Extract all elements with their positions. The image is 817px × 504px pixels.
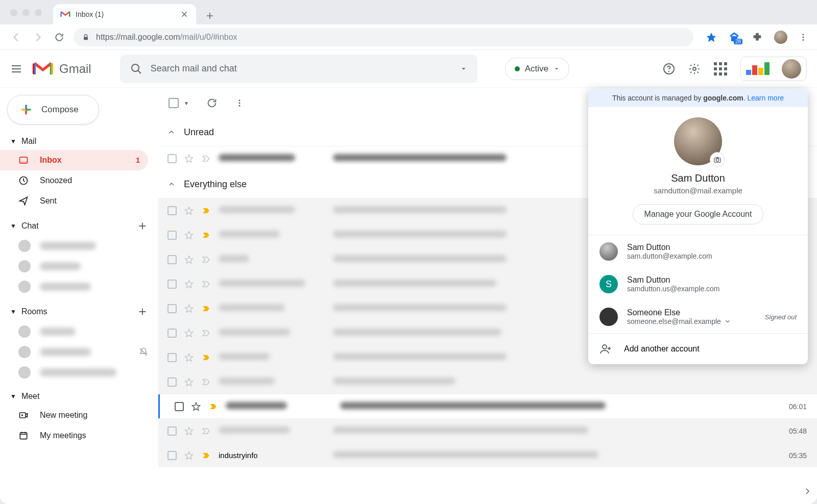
star-icon[interactable] <box>184 230 194 240</box>
importance-icon[interactable] <box>208 401 219 412</box>
learn-more-link[interactable]: Learn more <box>747 94 784 102</box>
star-icon[interactable] <box>184 352 194 363</box>
importance-icon[interactable] <box>201 279 211 289</box>
row-checkbox[interactable] <box>167 304 177 313</box>
importance-icon[interactable] <box>201 426 211 436</box>
gmail-logo[interactable]: Gmail <box>32 58 91 80</box>
mute-icon[interactable] <box>139 347 148 357</box>
importance-icon[interactable] <box>201 255 211 265</box>
section-mail[interactable]: ▼Mail <box>0 133 158 150</box>
side-panel-toggle[interactable] <box>800 484 815 499</box>
nav-new-meeting[interactable]: New meeting <box>0 405 148 425</box>
star-icon[interactable] <box>184 304 194 314</box>
chrome-profile-avatar[interactable] <box>774 31 787 44</box>
account-option[interactable]: S Sam Duttonsamdutton.us@example.com <box>588 268 808 300</box>
google-apps-icon[interactable] <box>714 62 727 75</box>
manage-account-button[interactable]: Manage your Google Account <box>633 204 764 224</box>
mail-row[interactable]: industryinfo05:35 <box>158 443 817 467</box>
status-chip[interactable]: Active <box>505 58 569 80</box>
add-account-button[interactable]: Add another account <box>588 333 808 364</box>
row-checkbox[interactable] <box>167 280 177 289</box>
account-option[interactable]: Someone Elsesomeone.else@mail.example Si… <box>588 300 808 333</box>
importance-icon[interactable] <box>201 328 211 338</box>
compose-button[interactable]: Compose <box>7 95 99 124</box>
nav-inbox[interactable]: Inbox 1 <box>0 150 148 170</box>
importance-icon[interactable] <box>201 230 211 240</box>
chat-item[interactable] <box>0 256 158 276</box>
row-checkbox[interactable] <box>167 255 177 264</box>
nav-reload-button[interactable] <box>52 30 66 44</box>
extensions-puzzle-icon[interactable] <box>752 32 763 43</box>
tab-close-icon[interactable] <box>180 10 189 19</box>
add-chat-icon[interactable] <box>137 220 148 232</box>
importance-icon[interactable] <box>201 206 211 216</box>
add-room-icon[interactable] <box>137 306 148 317</box>
search-box[interactable]: Search mail and chat <box>120 55 477 83</box>
star-icon[interactable] <box>184 450 194 461</box>
select-menu-caret[interactable]: ▼ <box>184 100 189 106</box>
chrome-menu-icon[interactable] <box>799 33 808 42</box>
star-icon[interactable] <box>184 154 194 164</box>
chat-item[interactable] <box>0 236 158 256</box>
refresh-icon[interactable] <box>206 97 218 109</box>
bookmark-star-icon[interactable] <box>706 32 717 43</box>
browser-tab[interactable]: Inbox (1) <box>53 4 196 24</box>
omnibox[interactable]: https://mail.google.com/mail/u/0/#inbox <box>74 28 693 46</box>
traffic-maximize[interactable] <box>35 9 42 16</box>
row-checkbox[interactable] <box>167 426 177 436</box>
section-rooms[interactable]: ▼Rooms <box>0 302 158 321</box>
search-options-icon[interactable] <box>460 65 467 72</box>
star-icon[interactable] <box>184 206 194 216</box>
nav-snoozed[interactable]: Snoozed <box>0 170 148 191</box>
star-icon[interactable] <box>184 328 194 338</box>
row-checkbox[interactable] <box>167 377 177 387</box>
importance-icon[interactable] <box>201 352 211 363</box>
extension-badge[interactable]: 28 <box>728 31 740 43</box>
room-item[interactable] <box>0 362 158 383</box>
star-icon[interactable] <box>191 401 201 412</box>
gmail-logo-icon <box>32 58 54 80</box>
signed-out-label: Signed out <box>765 313 797 321</box>
more-icon[interactable] <box>235 98 244 108</box>
mail-row[interactable] <box>158 369 817 394</box>
nav-my-meetings[interactable]: My meetings <box>0 425 148 446</box>
traffic-minimize[interactable] <box>22 9 30 16</box>
room-item[interactable] <box>0 321 158 342</box>
row-checkbox[interactable] <box>167 206 177 215</box>
importance-icon[interactable] <box>201 154 211 164</box>
workspace-brand-pill[interactable] <box>740 57 807 81</box>
room-item[interactable] <box>0 342 158 362</box>
row-checkbox[interactable] <box>167 231 177 240</box>
svg-point-4 <box>803 39 804 40</box>
row-checkbox[interactable] <box>167 353 177 362</box>
traffic-close[interactable] <box>10 9 17 16</box>
row-checkbox[interactable] <box>167 329 177 338</box>
chevron-down-icon <box>724 318 731 325</box>
chat-item[interactable] <box>0 276 158 297</box>
change-photo-button[interactable] <box>710 152 725 167</box>
account-avatar[interactable] <box>782 59 801 79</box>
nav-forward-button[interactable] <box>31 30 45 44</box>
star-icon[interactable] <box>184 279 194 289</box>
main-menu-icon[interactable] <box>10 63 22 75</box>
mail-row[interactable]: 05:48 <box>158 418 817 443</box>
nav-sent[interactable]: Sent <box>0 191 148 211</box>
star-icon[interactable] <box>184 255 194 265</box>
section-meet[interactable]: ▼Meet <box>0 388 158 405</box>
account-option[interactable]: Sam Duttonsam.dutton@example.com <box>588 235 808 268</box>
importance-icon[interactable] <box>201 304 211 314</box>
settings-icon[interactable] <box>688 63 701 75</box>
support-icon[interactable] <box>663 63 675 75</box>
star-icon[interactable] <box>184 377 194 387</box>
select-all-checkbox[interactable] <box>169 98 179 108</box>
section-chat[interactable]: ▼Chat <box>0 216 158 236</box>
row-checkbox[interactable] <box>167 451 177 460</box>
importance-icon[interactable] <box>201 450 211 461</box>
mail-row[interactable]: 06:01 <box>158 394 817 418</box>
row-checkbox[interactable] <box>175 402 184 411</box>
row-checkbox[interactable] <box>167 154 177 163</box>
importance-icon[interactable] <box>201 377 211 387</box>
nav-back-button[interactable] <box>9 30 23 44</box>
new-tab-button[interactable] <box>201 7 219 24</box>
star-icon[interactable] <box>184 426 194 436</box>
